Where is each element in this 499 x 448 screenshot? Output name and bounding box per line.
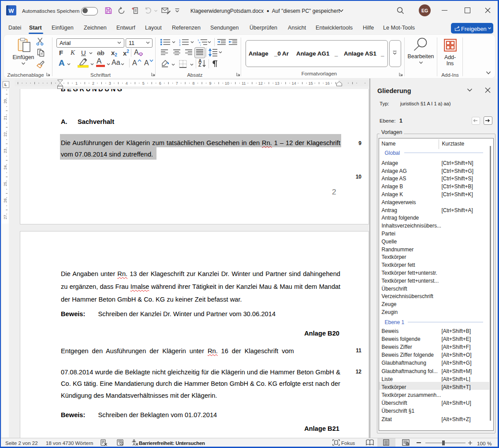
svg-text:10: 10 xyxy=(225,81,229,86)
svg-text:23: 23 xyxy=(3,149,7,153)
svg-text:20: 20 xyxy=(3,99,7,104)
svg-text:26: 26 xyxy=(3,198,7,203)
svg-text:4: 4 xyxy=(126,81,128,86)
svg-text:3: 3 xyxy=(109,81,111,86)
svg-text:14: 14 xyxy=(292,81,296,86)
svg-text:2: 2 xyxy=(92,81,94,86)
svg-text:27: 27 xyxy=(3,215,7,219)
svg-text:13: 13 xyxy=(275,81,279,86)
svg-text:7: 7 xyxy=(176,81,178,86)
svg-text:25: 25 xyxy=(3,182,7,186)
svg-text:W: W xyxy=(8,7,14,14)
svg-text:1: 1 xyxy=(75,81,78,86)
svg-text:9: 9 xyxy=(209,81,212,86)
svg-text:21: 21 xyxy=(3,116,7,120)
svg-text:22: 22 xyxy=(3,132,7,137)
svg-text:3: 3 xyxy=(179,43,181,46)
svg-text:11: 11 xyxy=(242,81,246,86)
svg-text:5: 5 xyxy=(142,81,145,86)
svg-text:15: 15 xyxy=(309,81,313,86)
svg-text:6: 6 xyxy=(159,81,161,86)
svg-text:24: 24 xyxy=(3,165,7,170)
svg-text:16: 16 xyxy=(325,81,330,86)
svg-text:i: i xyxy=(200,43,201,46)
svg-text:8: 8 xyxy=(193,81,195,86)
svg-text:12: 12 xyxy=(258,81,263,86)
